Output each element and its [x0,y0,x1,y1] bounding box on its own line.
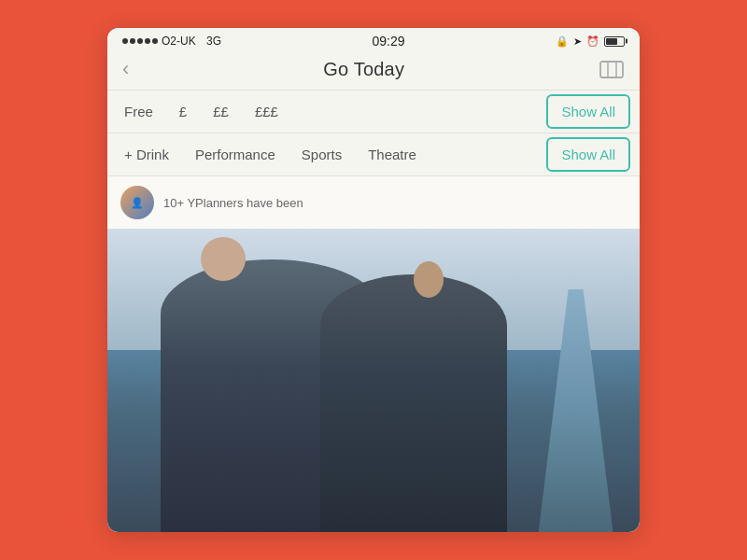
status-right: 🔒 ➤ ⏰ [556,35,625,48]
filter-sports[interactable]: Sports [289,133,355,175]
yplanners-text: 10+ YPlanners have been [163,196,303,210]
shard-building [539,289,613,532]
signal-dot-2 [130,38,135,44]
category-filter-row: + Drink Performance Sports Theatre Show … [107,133,640,175]
back-button[interactable]: ‹ [122,59,129,79]
avatar-label: 👤 [131,197,144,209]
signal-dot-5 [152,38,158,44]
battery-indicator [604,36,625,47]
filter-drink[interactable]: + Drink [117,133,182,175]
signal-dots [122,38,158,44]
person-right-silhouette [320,274,507,532]
time-display: 09:29 [373,34,405,49]
signal-dot-1 [122,38,128,44]
hero-image [107,229,640,532]
location-icon: ➤ [573,35,582,48]
signal-dot-3 [137,38,143,44]
filter-free[interactable]: Free [117,91,166,133]
head-right [414,261,444,298]
alarm-icon: ⏰ [586,35,599,48]
filter-one-pound[interactable]: £ [166,91,200,133]
filter-two-pound[interactable]: ££ [200,91,242,133]
status-bar: O2-UK 3G 09:29 🔒 ➤ ⏰ [107,28,640,52]
page-title: Go Today [323,59,404,80]
content-area: 👤 10+ YPlanners have been [107,176,640,532]
carrier-label: O2-UK [162,35,196,48]
signal-dot-4 [145,38,150,44]
yplanners-bar: 👤 10+ YPlanners have been [107,176,640,229]
category-show-all-button[interactable]: Show All [546,137,630,172]
filter-three-pound[interactable]: £££ [242,91,291,133]
status-left: O2-UK 3G [122,35,221,48]
price-filter-row: Free £ ££ £££ Show All [107,91,640,133]
battery-fill [606,38,617,45]
filter-theatre[interactable]: Theatre [355,133,430,175]
head-left [201,237,246,281]
avatar: 👤 [120,186,154,219]
filter-performance[interactable]: Performance [182,133,289,175]
nav-bar: ‹ Go Today [107,52,640,90]
svg-rect-0 [600,62,623,77]
lock-icon: 🔒 [556,35,569,48]
network-label: 3G [206,35,221,48]
avatar-group: 👤 [120,186,154,219]
price-show-all-button[interactable]: Show All [546,94,630,129]
map-icon[interactable] [599,58,625,80]
hero-people [107,229,640,532]
phone-frame: O2-UK 3G 09:29 🔒 ➤ ⏰ ‹ Go Today Free £ £… [107,28,640,532]
